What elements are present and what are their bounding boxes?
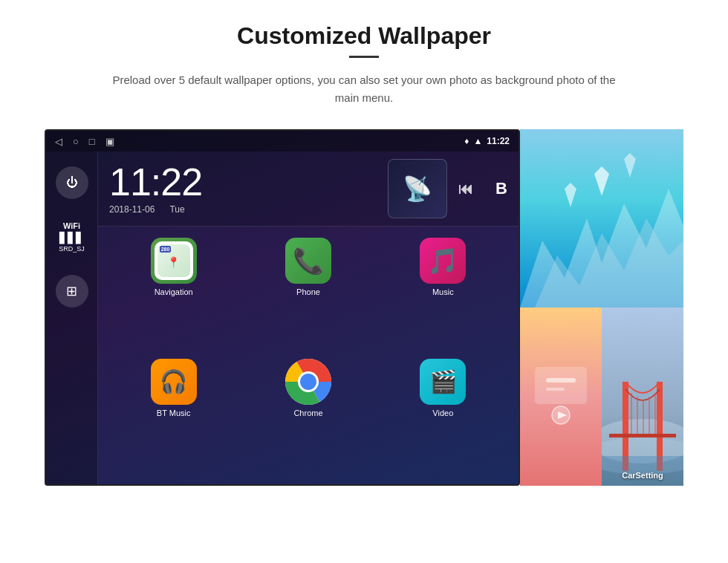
app-label: Music <box>432 287 454 296</box>
wallpaper-thumb-pink[interactable] <box>520 307 602 486</box>
page-subtitle: Preload over 5 default wallpaper options… <box>104 71 624 107</box>
status-time: 11:22 <box>487 136 510 146</box>
wallpaper-thumb-bridge[interactable]: CarSetting <box>602 307 683 486</box>
video-icon: 🎬 <box>420 359 466 405</box>
svg-rect-12 <box>546 388 565 391</box>
app-label: Navigation <box>155 287 193 296</box>
wifi-icon: ▲ <box>473 136 482 146</box>
app-label: BT Music <box>157 409 191 417</box>
chrome-icon <box>285 359 331 405</box>
photo-icon: ▣ <box>105 136 114 147</box>
clock-time: 11:22 <box>109 163 377 201</box>
media-widget[interactable]: 📡 <box>388 159 447 218</box>
phone-icon: 📞 <box>285 238 331 284</box>
list-item[interactable]: 🎬 Video <box>379 359 507 474</box>
device-wrapper: ◁ ○ □ ▣ ♦ ▲ 11:22 ⏻ WiFi ▋▋▋ SRD_ <box>45 129 683 486</box>
apps-button[interactable]: ⊞ <box>56 275 88 307</box>
android-screen: ◁ ○ □ ▣ ♦ ▲ 11:22 ⏻ WiFi ▋▋▋ SRD_ <box>45 129 520 486</box>
status-bar-right: ♦ ▲ 11:22 <box>464 136 510 146</box>
status-bar: ◁ ○ □ ▣ ♦ ▲ 11:22 <box>46 131 519 152</box>
wallpaper-bottom-row: CarSetting <box>520 307 683 486</box>
wifi-bars: ▋▋▋ <box>59 232 84 244</box>
ice-visual <box>520 129 683 307</box>
media-icon: 📡 <box>403 175 432 203</box>
bt-music-icon: 🎧 <box>151 359 197 405</box>
location-icon: ♦ <box>464 136 469 146</box>
page-title: Customized Wallpaper <box>237 22 491 50</box>
clock-area: 11:22 2018-11-06 Tue 📡 ⏮ B <box>98 152 519 227</box>
app-label: Phone <box>296 287 320 296</box>
music-prev-label: ⏮ <box>458 180 473 198</box>
carsetting-label: CarSetting <box>602 471 683 480</box>
list-item[interactable]: 🎧 BT Music <box>109 359 238 474</box>
recents-icon[interactable]: □ <box>89 136 95 147</box>
app-label: Chrome <box>293 409 322 417</box>
back-icon[interactable]: ◁ <box>55 136 62 147</box>
title-divider <box>349 56 379 58</box>
wifi-info: WiFi ▋▋▋ SRD_SJ <box>59 221 85 253</box>
apps-grid: 280 📍 Navigation 📞 Phone <box>98 227 519 484</box>
screen-content: ⏻ WiFi ▋▋▋ SRD_SJ ⊞ 11:22 <box>46 152 519 484</box>
navigation-icon: 280 📍 <box>155 241 193 280</box>
svg-rect-10 <box>535 367 587 404</box>
power-button[interactable]: ⏻ <box>56 166 88 199</box>
svg-rect-11 <box>546 378 576 383</box>
svg-rect-20 <box>609 434 676 437</box>
svg-point-2 <box>300 374 316 390</box>
center-content: 11:22 2018-11-06 Tue 📡 ⏮ B <box>98 152 519 484</box>
clock-info: 11:22 2018-11-06 Tue <box>109 163 377 215</box>
status-bar-left: ◁ ○ □ ▣ <box>55 136 114 147</box>
music-labels: ⏮ B <box>458 179 507 198</box>
list-item[interactable]: 🎵 Music <box>379 238 507 353</box>
list-item[interactable]: Chrome <box>244 359 372 474</box>
list-item[interactable]: 📞 Phone <box>244 238 372 353</box>
wallpaper-thumb-top[interactable] <box>520 129 683 307</box>
clock-day: Tue <box>169 204 184 215</box>
wifi-label: WiFi <box>63 221 80 230</box>
clock-date-value: 2018-11-06 <box>109 204 155 215</box>
wifi-network: SRD_SJ <box>59 245 85 253</box>
music-app-label: B <box>495 179 507 198</box>
power-icon: ⏻ <box>66 176 78 189</box>
apps-icon: ⊞ <box>66 283 77 299</box>
app-label: Video <box>432 409 453 417</box>
list-item[interactable]: 280 📍 Navigation <box>109 238 238 353</box>
clock-date: 2018-11-06 Tue <box>109 204 377 215</box>
wallpaper-thumbnails: CarSetting <box>520 129 683 486</box>
home-icon[interactable]: ○ <box>73 136 79 147</box>
music-icon: 🎵 <box>420 238 466 284</box>
left-sidebar: ⏻ WiFi ▋▋▋ SRD_SJ ⊞ <box>46 152 98 484</box>
